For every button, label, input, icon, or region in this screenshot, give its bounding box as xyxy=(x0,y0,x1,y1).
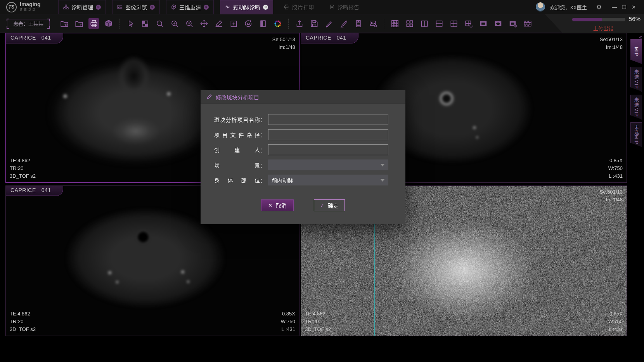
tab-diagnosis-report: 诊断报告 xyxy=(325,0,364,14)
study-name: CAPRICE xyxy=(10,35,36,41)
patient-selector[interactable]: 患者：王某某 xyxy=(7,19,50,28)
tab-close-icon[interactable]: ✕ xyxy=(204,5,209,10)
tab-label: 图像浏览 xyxy=(125,3,147,11)
user-avatar[interactable] xyxy=(536,2,545,12)
corner-bracket xyxy=(7,26,9,29)
zoom-value: 0.85X xyxy=(608,157,623,165)
collapse-chevron-icon[interactable]: « xyxy=(639,34,641,40)
tab-diagnosis-management[interactable]: 诊断管理 ✕ xyxy=(58,0,106,14)
series-number: 041 xyxy=(337,35,346,41)
se-value: Se:501/13 xyxy=(272,36,295,43)
print-icon[interactable] xyxy=(88,18,99,29)
dialog-title: 修改斑块分析项目 xyxy=(216,93,259,101)
project-name-input[interactable] xyxy=(268,114,388,125)
window-close-button[interactable]: ✕ xyxy=(629,4,639,10)
window-minimize-button[interactable]: — xyxy=(609,4,619,10)
upload-icon[interactable] xyxy=(294,18,305,29)
cancel-button[interactable]: ✕ 取消 xyxy=(261,199,294,211)
measure-icon[interactable] xyxy=(213,18,224,29)
window-width-value: W:750 xyxy=(608,318,623,326)
roi-rect-icon[interactable] xyxy=(478,18,488,29)
im-value: Im:1/48 xyxy=(272,43,295,51)
creator-input[interactable] xyxy=(268,144,388,155)
crop-icon[interactable] xyxy=(228,18,239,29)
scene-select[interactable] xyxy=(268,159,388,170)
brush-icon[interactable] xyxy=(338,18,349,29)
field-colon: ： xyxy=(260,131,265,139)
folder-settings-icon[interactable] xyxy=(59,18,69,29)
tab-close-icon[interactable]: ✕ xyxy=(263,5,268,10)
field-row-project-name: 斑块分析项目名称 ： xyxy=(214,114,392,125)
patient-name-label: 患者：王某某 xyxy=(13,20,43,27)
roi-rect-remove-icon[interactable] xyxy=(507,18,518,29)
checkerboard-icon[interactable] xyxy=(140,18,150,29)
series-info-overlay: Se:501/13 Im:1/48 xyxy=(600,188,623,204)
rotate-icon[interactable] xyxy=(243,18,253,29)
check-icon: ✓ xyxy=(320,203,324,208)
grid-remove-icon[interactable] xyxy=(463,18,474,29)
chevron-down-icon xyxy=(380,164,385,166)
cursor-icon[interactable] xyxy=(125,18,135,29)
split-horizontal-icon[interactable] xyxy=(434,18,444,29)
x-icon: ✕ xyxy=(268,203,272,208)
folder-add-icon[interactable] xyxy=(74,18,84,29)
dialog-header: 修改斑块分析项目 xyxy=(201,90,405,104)
study-name: CAPRICE xyxy=(10,187,36,193)
split-vertical-icon[interactable] xyxy=(419,18,429,29)
chevron-down-icon xyxy=(380,179,385,182)
tr-value: TR:20 xyxy=(305,318,331,326)
report-add-icon[interactable] xyxy=(353,18,364,29)
zoom-in-icon[interactable] xyxy=(169,18,180,29)
pan-icon[interactable] xyxy=(199,18,209,29)
roi-ellipse-icon[interactable] xyxy=(493,18,503,29)
zoom-2x-icon[interactable]: x2 xyxy=(184,18,194,29)
tab-image-browse[interactable]: 图像浏览 ✕ xyxy=(112,0,160,14)
logo-title: Imaging xyxy=(20,2,41,7)
tab-carotid-diagnosis[interactable]: 颈动脉诊断 ✕ xyxy=(220,0,273,14)
side-tab-unselected-mip-2[interactable]: 未选MIP xyxy=(630,95,642,120)
tab-close-icon[interactable]: ✕ xyxy=(96,5,101,10)
toolbar-divider xyxy=(288,19,289,29)
field-label: 斑块分析项目名称 xyxy=(214,116,260,123)
acquisition-overlay: TE:4.862 TR:20 3D_TOF s2 xyxy=(305,310,331,333)
cube-icon[interactable] xyxy=(103,18,114,29)
tiles-icon[interactable] xyxy=(404,18,415,29)
tab-label: 诊断报告 xyxy=(338,3,359,11)
window-level-value: L :431 xyxy=(281,326,295,333)
org-chart-icon xyxy=(63,4,69,10)
film-grid-icon[interactable] xyxy=(522,18,533,29)
tab-label: 三维重建 xyxy=(179,3,201,11)
dialog-buttons: ✕ 取消 ✓ 确定 xyxy=(214,199,392,211)
file-path-input[interactable] xyxy=(268,129,388,140)
contrast-icon[interactable] xyxy=(258,18,268,29)
te-value: TE:4.862 xyxy=(10,310,36,318)
image-add-icon[interactable] xyxy=(368,18,378,29)
sequence-value: 3D_TOF s2 xyxy=(10,172,36,180)
tab-close-icon[interactable]: ✕ xyxy=(150,5,155,10)
side-tab-unselected-mip-3[interactable]: 未选MIP xyxy=(630,122,642,147)
side-tab-mip[interactable]: MIP xyxy=(630,39,642,64)
tab-3d-reconstruction[interactable]: 三维重建 ✕ xyxy=(166,0,214,14)
series-header: CAPRICE 041 xyxy=(6,33,63,43)
tab-label: 颈动脉诊断 xyxy=(233,3,260,11)
settings-gear-icon[interactable]: ⚙ xyxy=(596,3,602,11)
save-icon[interactable] xyxy=(309,18,319,29)
window-level-overlay: 0.85X W:750 L :431 xyxy=(608,310,623,333)
window-maximize-button[interactable]: ❐ xyxy=(619,4,629,10)
tab-label: 诊断管理 xyxy=(71,3,93,11)
grid-4-icon[interactable] xyxy=(448,18,459,29)
dialog-body: 斑块分析项目名称 ： 项目文件路径 ： 创建人 ： 场景 ： xyxy=(201,104,405,211)
upload-progress-fill xyxy=(572,18,602,21)
window-level-overlay: 0.85X W:750 L :431 xyxy=(608,157,623,180)
search-icon[interactable] xyxy=(154,18,165,29)
body-part-select[interactable]: 颅内动脉 xyxy=(268,175,388,185)
confirm-button[interactable]: ✓ 确定 xyxy=(314,199,345,211)
grid-16-icon[interactable] xyxy=(390,18,400,29)
pen-icon[interactable] xyxy=(324,18,334,29)
series-header: CAPRICE 041 xyxy=(6,186,63,196)
color-wheel-icon[interactable] xyxy=(272,18,283,29)
side-tab-unselected-mip-1[interactable]: 未选MIP xyxy=(630,67,642,92)
field-colon: ： xyxy=(260,116,265,123)
field-row-body-part: 身体部位 ： 颅内动脉 xyxy=(214,175,392,185)
report-icon xyxy=(329,4,335,10)
